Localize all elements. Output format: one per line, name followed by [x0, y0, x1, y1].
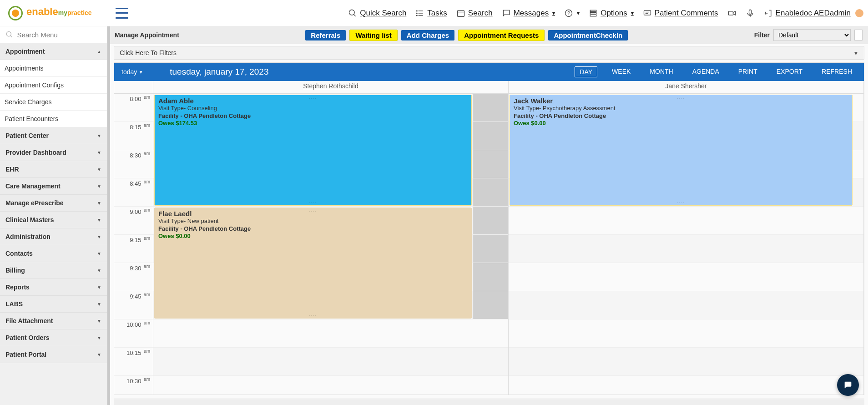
- filter-more-button[interactable]: [854, 30, 863, 40]
- options-icon: [589, 9, 598, 18]
- resource-header: Stephen Rothschild Jane Shersher: [114, 81, 864, 94]
- chevron-down-icon: ▼: [97, 184, 101, 189]
- options-link[interactable]: Options: [589, 9, 634, 18]
- view-print[interactable]: PRINT: [734, 66, 762, 77]
- video-icon[interactable]: [727, 9, 737, 18]
- search-link[interactable]: Search: [456, 9, 493, 18]
- sidebar-group-label: File Attachment: [5, 317, 53, 324]
- sidebar-group-patient-orders[interactable]: Patient Orders▼: [0, 329, 107, 346]
- microphone-icon[interactable]: [746, 9, 755, 18]
- sidebar-group-labs[interactable]: LABS▼: [0, 296, 107, 313]
- svg-line-1: [354, 14, 356, 16]
- svg-point-5: [417, 10, 418, 11]
- sidebar-item-appointments[interactable]: Appointments: [0, 60, 107, 77]
- drag-handle-icon[interactable]: ····: [677, 96, 685, 101]
- calendar-col-1[interactable]: ···· Adam Able Visit Type- Counseling Fa…: [153, 94, 509, 395]
- calendar-col-2[interactable]: ···· Jack Walker Visit Type- Psychothera…: [509, 94, 864, 395]
- gutter: [114, 81, 153, 93]
- sidebar-group-label: Reports: [5, 284, 30, 291]
- sidebar-group-billing[interactable]: Billing▼: [0, 262, 107, 279]
- drag-handle-icon[interactable]: ····: [309, 200, 317, 205]
- drag-handle-icon[interactable]: ····: [677, 200, 685, 205]
- chevron-down-icon: ▼: [97, 234, 101, 239]
- chevron-down-icon: ▼: [97, 167, 101, 172]
- top-navigation: Quick Search Tasks Search Messages ? Opt…: [348, 9, 863, 18]
- referrals-button[interactable]: Referrals: [305, 30, 346, 40]
- sidebar-group-eprescribe[interactable]: Manage ePrescribe▼: [0, 195, 107, 212]
- logo-word-enable: enable: [26, 6, 58, 18]
- sidebar-item-patient-encounters[interactable]: Patient Encounters: [0, 111, 107, 127]
- tasks-link[interactable]: Tasks: [415, 9, 447, 18]
- sidebar-group-clinical-masters[interactable]: Clinical Masters▼: [0, 212, 107, 228]
- horizontal-scrollbar[interactable]: [114, 399, 864, 405]
- drag-handle-icon[interactable]: ····: [309, 209, 317, 213]
- user-link[interactable]: Enabledoc AEDadmin: [764, 9, 863, 18]
- messages-link[interactable]: Messages: [502, 9, 555, 18]
- sidebar-group-ehr[interactable]: EHR▼: [0, 161, 107, 178]
- chevron-down-icon: [853, 49, 858, 56]
- search-menu[interactable]: [0, 26, 107, 43]
- sidebar-group-patient-portal[interactable]: Patient Portal▼: [0, 346, 107, 363]
- add-charges-button[interactable]: Add Charges: [401, 30, 454, 40]
- resource-col-1[interactable]: Stephen Rothschild: [153, 81, 509, 93]
- sidebar-group-label: Billing: [5, 267, 25, 274]
- svg-rect-13: [590, 12, 596, 14]
- sidebar-item-appointment-configs[interactable]: Appointment Configs: [0, 77, 107, 94]
- filters-toggle[interactable]: Click Here To Filters: [114, 46, 864, 60]
- help-link[interactable]: ?: [564, 9, 580, 18]
- drag-handle-icon[interactable]: ····: [309, 313, 317, 318]
- resource-col-2[interactable]: Jane Shersher: [509, 81, 864, 93]
- today-button[interactable]: today: [121, 68, 142, 76]
- sidebar-group-care-management[interactable]: Care Management▼: [0, 178, 107, 195]
- sidebar-group-label: Care Management: [5, 182, 61, 190]
- menu-toggle-icon[interactable]: [116, 8, 128, 19]
- sidebar-group-reports[interactable]: Reports▼: [0, 279, 107, 296]
- search-menu-input[interactable]: [17, 31, 101, 39]
- sidebar-group-provider-dashboard[interactable]: Provider Dashboard▼: [0, 144, 107, 161]
- sidebar-group-label: Appointment: [5, 48, 45, 55]
- sidebar-group-label: Patient Portal: [5, 351, 46, 358]
- view-refresh[interactable]: REFRESH: [817, 66, 857, 77]
- sidebar-group-administration[interactable]: Administration▼: [0, 228, 107, 245]
- resource-name[interactable]: Jane Shersher: [665, 82, 707, 90]
- view-week[interactable]: WEEK: [607, 66, 635, 77]
- resource-name[interactable]: Stephen Rothschild: [303, 82, 358, 90]
- calendar-grid[interactable]: 8:00 am 8:15 am 8:30 am 8:45 am 9:00 am …: [114, 94, 864, 395]
- chat-fab[interactable]: [837, 374, 859, 396]
- view-month[interactable]: MONTH: [645, 66, 677, 77]
- search-icon: [5, 30, 14, 39]
- view-agenda[interactable]: AGENDA: [688, 66, 724, 77]
- sidebar-group-contacts[interactable]: Contacts▼: [0, 245, 107, 262]
- checkin-button[interactable]: AppointmentCheckIn: [548, 30, 628, 40]
- appointment-card[interactable]: ···· Flae Laedl Visit Type- New patient …: [154, 208, 472, 319]
- appt-owes: Owes $174.53: [158, 120, 468, 127]
- chevron-down-icon: ▼: [97, 319, 101, 324]
- view-export[interactable]: EXPORT: [772, 66, 807, 77]
- message-icon: [502, 9, 511, 18]
- chevron-down-icon: ▼: [97, 352, 101, 357]
- filter-select[interactable]: Default: [773, 29, 851, 41]
- avatar-icon: [855, 9, 863, 17]
- waiting-list-button[interactable]: Waiting list: [349, 30, 397, 41]
- time-slot: 10:15 am: [114, 348, 153, 376]
- sidebar-group-patient-center[interactable]: Patient Center▼: [0, 127, 107, 144]
- svg-rect-20: [749, 10, 751, 14]
- chevron-down-icon: ▼: [97, 285, 101, 290]
- sidebar-group-label: Provider Dashboard: [5, 149, 66, 156]
- chevron-down-icon: ▼: [97, 335, 101, 340]
- topbar: enable my practice Quick Search Tasks Se…: [0, 0, 868, 26]
- time-slot: 8:45 am: [114, 178, 153, 207]
- sidebar-group-file-attachment[interactable]: File Attachment▼: [0, 313, 107, 329]
- appointment-card[interactable]: ···· Jack Walker Visit Type- Psychothera…: [510, 95, 853, 206]
- patient-comments-link[interactable]: Patient Comments: [643, 9, 718, 18]
- appointment-card[interactable]: ···· Adam Able Visit Type- Counseling Fa…: [154, 95, 472, 206]
- appt-facility: Facility - OHA Pendleton Cottage: [158, 225, 468, 232]
- scrollbar[interactable]: [107, 26, 110, 405]
- sidebar-item-service-charges[interactable]: Service Charges: [0, 94, 107, 111]
- view-day[interactable]: DAY: [575, 66, 597, 77]
- drag-handle-icon[interactable]: ····: [309, 96, 317, 101]
- quick-search-link[interactable]: Quick Search: [348, 9, 406, 18]
- sidebar-group-appointment[interactable]: Appointment ▲: [0, 43, 107, 60]
- appointment-requests-button[interactable]: Appointment Requests: [458, 30, 545, 41]
- chevron-down-icon: ▼: [97, 201, 101, 206]
